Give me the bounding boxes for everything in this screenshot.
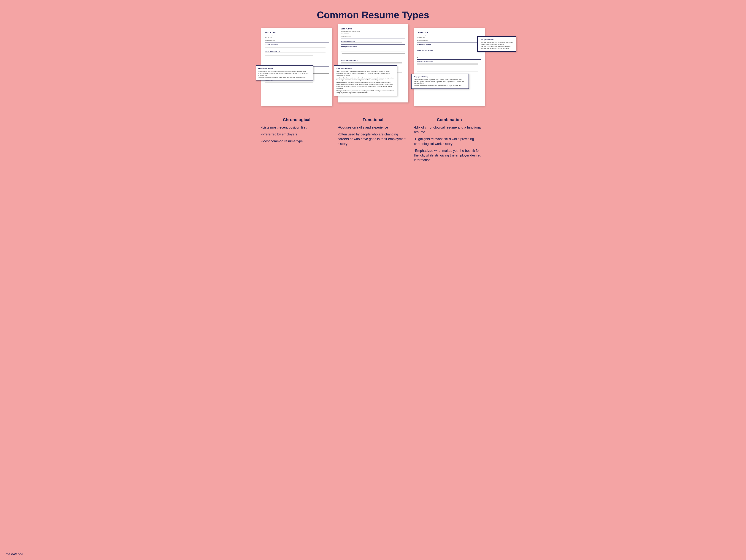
chrono-emp-title: EMPLOYMENT HISTORY <box>265 50 329 52</box>
combo-exp-line1 <box>417 72 478 72</box>
callout-skills-mgmt: Management: Oversaw operations of an exp… <box>337 90 395 94</box>
combo-bullet3 <box>417 56 481 58</box>
callout-emp-item3: Technical Professional, September 2010 -… <box>258 76 311 78</box>
callout-core-qualifications: Core Qualifications - Background managin… <box>477 36 516 52</box>
callout-skills-problem: Problem Solving: Designed a waste manage… <box>337 82 395 89</box>
func-bullet3 <box>341 53 405 55</box>
callout-cq-item4: - Background as administrator of office … <box>480 48 514 50</box>
callout-skills-admin: Administrative: Lead coordinator for the… <box>337 77 395 81</box>
func-phone: (223) 555-2234 <box>341 33 405 35</box>
combo-desc-item2: -Highlights relevant skills while provid… <box>414 137 485 146</box>
chrono-edu-line2 <box>265 82 313 83</box>
functional-description: Functional -Focuses on skills and experi… <box>338 117 408 165</box>
combo-desc-title: Combination <box>414 117 485 122</box>
func-exp-line2 <box>341 62 402 63</box>
chrono-desc-item3: -Most common resume type <box>261 139 332 144</box>
chrono-address: 935 Main Street, Ann Arbor, MI 55333 <box>265 34 329 36</box>
chrono-name: John A. Doe <box>265 31 329 34</box>
callout-experience-skills: Experience and Skills Skilled in Governm… <box>334 65 397 96</box>
func-email: johndoe@email.com <box>341 36 405 37</box>
callout-emp-title: Employment History <box>258 67 311 70</box>
chronological-description: Chronological -Lists most recent positio… <box>261 117 332 165</box>
chrono-emp-line2 <box>265 53 313 53</box>
callout-emp-combo-title: Employment History <box>414 76 466 78</box>
chrono-emp-line3 <box>265 54 325 54</box>
combo-bullet1 <box>417 52 481 54</box>
chrono-email: johndoe@email.com <box>265 40 329 41</box>
callout-admin-label: Administrative: <box>337 77 346 79</box>
callout-emp-combo-item2: Process Engineer: Technical Support, Sep… <box>414 81 466 85</box>
func-address: 935 Main Street, Ann Arbor, MI 55333 <box>341 31 405 32</box>
chronological-resume-container: John A. Doe 935 Main Street, Ann Arbor, … <box>261 28 332 106</box>
combo-emp-title: EMPLOYMENT HISTORY <box>417 61 481 63</box>
func-exp-line4 <box>341 63 402 64</box>
combo-email: johndoe@email.com <box>417 40 481 41</box>
callout-emp-item1: Senior Process Engineer, September 2016 … <box>258 71 311 73</box>
chrono-desc-item2: -Preferred by employers <box>261 132 332 137</box>
func-desc-item2: -Often used by people who are changing c… <box>338 132 408 146</box>
func-bullet1 <box>341 48 405 50</box>
callout-cq-item3: - Able to anticipate and project organiz… <box>480 46 514 48</box>
func-core-title: CORE QUALIFICATIONS <box>341 46 405 48</box>
func-exp-line5 <box>341 64 379 64</box>
combo-address: 935 Main Street, Ann Arbor, MI 55333 <box>417 34 481 36</box>
combo-bullet2 <box>417 54 481 56</box>
chrono-emp-line5 <box>265 55 325 55</box>
combo-career-obj-title: CAREER OBJECTIVE <box>417 44 481 46</box>
chrono-edu-line1 <box>265 82 325 82</box>
callout-employment-combo: Employment History Senior Process Engine… <box>411 74 469 89</box>
combo-desc-item3: -Emphasizes what makes you the best fit … <box>414 148 485 163</box>
combo-exp-line4 <box>417 73 456 74</box>
combo-emp-line3 <box>417 64 478 65</box>
chrono-emp-line6 <box>265 55 313 56</box>
callout-emp-combo-item1: Senior Process Engineer, September 2016 … <box>414 79 466 81</box>
callout-emp-item2: Process Engineer: Technical Support, Sep… <box>258 73 311 76</box>
callout-employment-history: Employment History Senior Process Engine… <box>256 65 313 81</box>
func-exp-title: EXPERIENCE AND SKILLS <box>341 60 405 61</box>
chrono-career-obj-title: CAREER OBJECTIVE <box>265 44 329 46</box>
combo-line1 <box>417 46 478 47</box>
combo-name: John A. Doe <box>417 31 481 34</box>
func-desc-item1: -Focuses on skills and experience <box>338 125 408 130</box>
callout-cq-title: Core Qualifications <box>480 38 514 41</box>
func-bullet2 <box>341 51 405 52</box>
brand-name: the balance <box>6 552 23 556</box>
chrono-desc-item1: -Lists most recent position first <box>261 125 332 130</box>
func-bullet4 <box>341 55 405 57</box>
callout-skills-title: Experience and Skills <box>337 67 395 70</box>
chrono-line1 <box>265 46 325 47</box>
combination-description: Combination -Mix of chronological resume… <box>414 117 485 165</box>
chrono-line3 <box>265 47 325 48</box>
func-name: John A. Doe <box>341 28 405 30</box>
callout-mgmt-label: Management: <box>337 90 345 91</box>
callout-cq-item1: - Background managing direct transporati… <box>480 41 514 44</box>
chrono-desc-title: Chronological <box>261 117 332 122</box>
combo-phone: (223) 555-2234 <box>417 37 481 38</box>
brand-footer: the balance <box>6 552 23 556</box>
callout-cq-item2: - Adept at managing programs and people <box>480 44 514 46</box>
func-exp-line1 <box>341 62 402 62</box>
combo-exp-line3 <box>417 73 478 73</box>
functional-resume-container: John A. Doe 935 Main Street, Ann Arbor, … <box>338 24 408 103</box>
combo-desc-item1: -Mix of chronological resume and a funct… <box>414 125 485 135</box>
combo-emp-line2 <box>417 64 465 64</box>
chrono-phone: (223) 555-2234 <box>265 37 329 38</box>
combo-core-title: CORE QUALIFICATIONS <box>417 50 481 51</box>
descriptions-row: Chronological -Lists most recent positio… <box>4 114 742 165</box>
callout-skills-intro: Skilled in Government Guidelines - Quali… <box>337 71 395 76</box>
callout-mgmt-text: Oversaw operations of an expanding resea… <box>337 90 394 93</box>
combination-resume-paper: John A. Doe 935 Main Street, Ann Arbor, … <box>414 28 485 106</box>
resumes-row: John A. Doe 935 Main Street, Ann Arbor, … <box>4 28 742 106</box>
callout-problem-label: Problem Solving: <box>337 82 347 83</box>
func-desc-title: Functional <box>338 117 408 122</box>
func-career-obj-title: CAREER OBJECTIVE <box>341 40 405 42</box>
combination-resume-container: John A. Doe 935 Main Street, Ann Arbor, … <box>414 28 485 106</box>
callout-emp-combo-item3: Technical Professional, September 2010 -… <box>414 85 466 87</box>
